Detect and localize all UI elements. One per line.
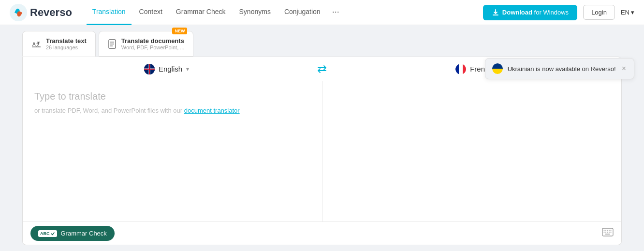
placeholder-main: Type to translate bbox=[34, 91, 310, 102]
login-button[interactable]: Login bbox=[583, 5, 615, 20]
target-text-panel bbox=[322, 81, 622, 221]
translate-text-icon: A 文 bbox=[31, 39, 41, 49]
translation-box: English ▾ bbox=[22, 57, 622, 245]
source-language-label: English bbox=[159, 65, 182, 73]
nav-synonyms[interactable]: Synonyms bbox=[234, 0, 277, 25]
new-badge: NEW bbox=[172, 28, 187, 34]
grammar-check-button[interactable]: ABC Grammar Check bbox=[30, 226, 115, 241]
language-switcher[interactable]: EN ▾ bbox=[621, 9, 634, 16]
french-flag bbox=[455, 64, 466, 74]
source-panel-bottom: ABC Grammar Check bbox=[23, 221, 621, 245]
notification-bar: Ukrainian is now available on Reverso! × bbox=[485, 58, 634, 79]
nav-context[interactable]: Context bbox=[133, 0, 168, 25]
svg-text:A: A bbox=[32, 42, 36, 47]
placeholder-sub: or translate PDF, Word, and PowerPoint f… bbox=[34, 107, 310, 114]
chevron-down-icon: ▾ bbox=[631, 9, 634, 16]
keyboard-button[interactable] bbox=[602, 228, 614, 239]
logo-text: Reverso bbox=[30, 6, 72, 19]
download-button[interactable]: Download for Windows bbox=[483, 5, 577, 20]
logo[interactable]: Reverso bbox=[10, 4, 72, 21]
english-flag bbox=[144, 64, 155, 74]
abc-badge: ABC bbox=[38, 230, 57, 237]
check-icon bbox=[50, 231, 55, 236]
tab-translate-text[interactable]: A 文 Translate text 26 languages bbox=[22, 31, 96, 57]
tab-text-info: Translate text 26 languages bbox=[46, 37, 87, 50]
header: Reverso Translation Context Grammar Chec… bbox=[0, 0, 644, 25]
nav-more[interactable]: ··· bbox=[328, 0, 343, 25]
svg-text:文: 文 bbox=[36, 43, 40, 47]
source-text-panel: Type to translate or translate PDF, Word… bbox=[23, 81, 322, 221]
main-nav: Translation Context Grammar Check Synony… bbox=[87, 0, 483, 25]
header-actions: Download for Windows Login EN ▾ bbox=[483, 5, 634, 20]
download-icon bbox=[492, 9, 499, 16]
notification-close-button[interactable]: × bbox=[621, 64, 627, 73]
document-translator-link[interactable]: document translator bbox=[184, 107, 240, 114]
tab-bar: A 文 Translate text 26 languages NEW Tran… bbox=[0, 25, 644, 57]
main-content: English ▾ bbox=[0, 57, 644, 251]
source-language-selector[interactable]: English ▾ bbox=[23, 59, 310, 79]
keyboard-icon bbox=[602, 228, 614, 236]
notification-text: Ukrainian is now available on Reverso! bbox=[508, 65, 616, 73]
ukrainian-flag bbox=[492, 63, 503, 74]
swap-icon bbox=[317, 65, 327, 74]
document-icon bbox=[108, 39, 117, 49]
grammar-check-label: Grammar Check bbox=[61, 230, 107, 237]
nav-grammar-check[interactable]: Grammar Check bbox=[170, 0, 232, 25]
nav-translation[interactable]: Translation bbox=[87, 0, 132, 25]
source-lang-chevron: ▾ bbox=[186, 66, 189, 73]
tab-doc-info: Translate documents Word, PDF, PowerPoin… bbox=[121, 37, 185, 50]
nav-conjugation[interactable]: Conjugation bbox=[278, 0, 326, 25]
swap-languages-button[interactable] bbox=[310, 61, 334, 77]
tab-translate-documents[interactable]: NEW Translate documents Word, PDF, Power… bbox=[99, 31, 194, 57]
text-areas: Type to translate or translate PDF, Word… bbox=[23, 81, 621, 221]
